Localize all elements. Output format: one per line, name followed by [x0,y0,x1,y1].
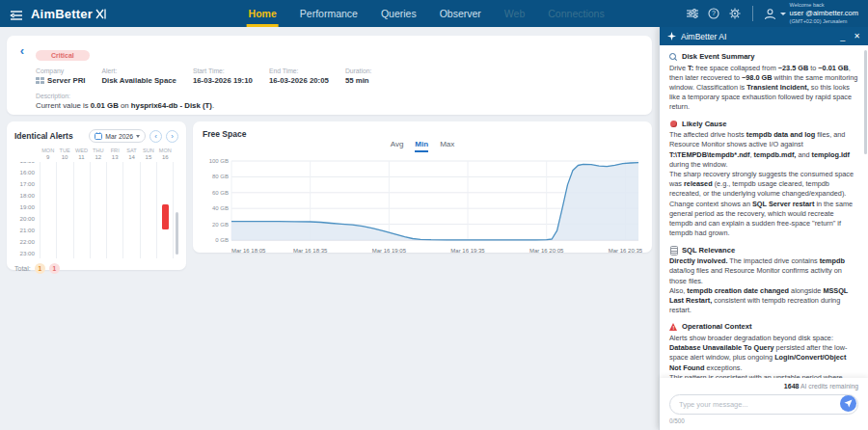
chart-tabs: AvgMinMax [203,140,642,152]
day-header-wed-11: WED11 [73,148,90,160]
totals-row: Total: 11 [14,263,178,274]
user-welcome: Welcome back [790,2,858,9]
ai-section-body: Alerts show broader degradation beyond d… [669,334,858,378]
user-timezone: (GMT+02:00) Jerusalem [790,18,858,25]
close-button[interactable]: ✕ [854,32,860,41]
nav-item-home[interactable]: Home [237,0,288,27]
alert-event-bar[interactable] [162,204,169,229]
grid-column [40,162,56,258]
user-email: user @aimbetter.com [790,9,858,17]
time-label: 20:00 [14,215,38,227]
server-icon [36,77,44,84]
minimize-button[interactable]: _ [840,32,845,41]
ai-sections: Disk Event SummaryDrive T: free space co… [669,52,858,378]
ai-section: Disk Event SummaryDrive T: free space co… [669,52,858,113]
time-label: 16:00 [14,169,38,180]
char-counter: 0/500 [669,417,858,424]
nav-right: ? Welcome back user @aimbetter.com (GMT+… [687,2,858,24]
identical-alerts-card: Identical Alerts Mar 2026 ‹ › MON9TUE10W… [7,121,186,270]
help-icon[interactable]: ? [708,8,720,20]
sparkle-icon [667,32,676,40]
ia-columns [40,162,174,258]
logo-mark-icon [95,9,106,19]
settings-gear-icon[interactable] [729,8,742,20]
back-button[interactable]: ‹ [14,44,30,107]
nav-item-web[interactable]: Web [493,0,536,27]
month-caret-icon [136,135,140,138]
alert-field-4: Duration:55 min [345,67,372,85]
user-menu[interactable]: Welcome back user @aimbetter.com (GMT+02… [764,2,858,24]
top-navbar: AimBetter HomePerformanceQueriesObserver… [0,0,868,27]
grid-column [122,162,139,258]
ai-section-body: Directly involved. The impacted drive co… [669,256,858,315]
ai-section-body: Drive T: free space collapsed from ~23.5… [669,64,858,113]
alarm-icon [669,323,678,332]
identical-alerts-title: Identical Alerts [14,131,73,141]
credits-value: 1648 [784,383,800,390]
time-label: 18:00 [14,192,38,203]
time-label: 15:00 [14,162,38,169]
collapse-menu-icon[interactable] [10,8,23,19]
nav-item-connections[interactable]: Connections [536,0,615,27]
month-selector[interactable]: Mar 2026 [89,129,146,143]
ai-section: Operational ContextAlerts show broader d… [669,322,858,378]
grid-column [140,162,156,258]
day-header-sun-15: SUN15 [140,148,156,160]
day-header-fri-13: FRI13 [107,148,123,160]
calendar-icon [95,132,102,140]
alert-detail-card: ‹ Critical CompanyServer PRIAlert:Disk A… [7,36,652,115]
ai-scrollbar[interactable] [864,50,867,154]
nav-item-performance[interactable]: Performance [288,0,369,27]
nav-menu: HomePerformanceQueriesObserverWebConnect… [237,0,616,27]
alert-fields: CompanyServer PRIAlert:Disk Available Sp… [36,67,642,85]
ai-section-title: SQL Relevance [682,246,735,256]
svg-text:20 GB: 20 GB [212,222,229,228]
total-badge-critical: 1 [49,263,60,274]
ai-panel-header: AimBetter AI _ ✕ [660,27,868,45]
alerts-grid: 15:0016:0017:0018:0019:0020:0021:0022:00… [14,162,178,258]
next-month-button[interactable]: › [166,130,178,143]
day-header-tue-10: TUE10 [56,148,72,160]
total-label: Total: [14,265,31,272]
free-space-chart: 0 GB20 GB40 GB60 GB80 GB100 GBMar 16 18:… [203,158,642,258]
credits-remaining: 1648 AI credits remaining [669,383,858,390]
free-space-card: Free Space AvgMinMax 0 GB20 GB40 GB60 GB… [193,121,652,253]
ai-section-title: Operational Context [682,322,752,333]
svg-text:Mar 16 20:05: Mar 16 20:05 [529,248,564,254]
time-label: 21:00 [14,227,38,238]
svg-text:0 GB: 0 GB [215,237,229,243]
day-headers: MON9TUE10WED11THU12FRI13SAT14SUN15MON16 [14,148,178,160]
prev-month-button[interactable]: ‹ [149,130,162,143]
nav-item-queries[interactable]: Queries [369,0,428,27]
message-input[interactable] [669,394,858,415]
alert-field-3: End Time:16-03-2026 20:05 [269,67,329,85]
ai-chat-content: Disk Event SummaryDrive T: free space co… [660,45,868,378]
ai-panel-title: AimBetter AI [681,32,726,41]
chart-tab-max[interactable]: Max [440,140,454,152]
ai-section: Likely CauseThe affected drive hosts tem… [669,120,858,239]
chart-area: 0 GB20 GB40 GB60 GB80 GB100 GBMar 16 18:… [203,158,642,262]
day-header-mon-9: MON9 [40,148,56,160]
credits-label: AI credits remaining [799,383,858,390]
alert-field-2: Start Time:16-03-2026 19:10 [193,67,253,85]
cause-icon [669,120,678,128]
ai-section-body: The affected drive hosts tempdb data and… [669,130,858,238]
nav-item-observer[interactable]: Observer [428,0,493,27]
user-caret-icon [780,13,786,15]
send-button[interactable] [840,395,856,412]
filters-icon[interactable] [687,8,699,20]
logo-text: AimBetter [31,7,93,21]
grid-column [106,162,122,258]
svg-text:Mar 16 18:35: Mar 16 18:35 [293,248,328,254]
aimbetter-logo[interactable]: AimBetter [31,7,106,21]
aimbetter-ai-panel: AimBetter AI _ ✕ Disk Event SummaryDrive… [659,27,868,430]
chart-tab-min[interactable]: Min [415,140,428,152]
chart-title: Free Space [203,129,642,139]
description-label: Description: [36,93,642,99]
svg-text:Mar 16 19:05: Mar 16 19:05 [372,248,407,254]
chart-tab-avg[interactable]: Avg [391,140,404,152]
app-window: AimBetter HomePerformanceQueriesObserver… [0,0,868,430]
svg-text:100 GB: 100 GB [209,158,229,164]
svg-text:40 GB: 40 GB [212,205,229,211]
grid-scrollbar[interactable] [176,212,178,255]
